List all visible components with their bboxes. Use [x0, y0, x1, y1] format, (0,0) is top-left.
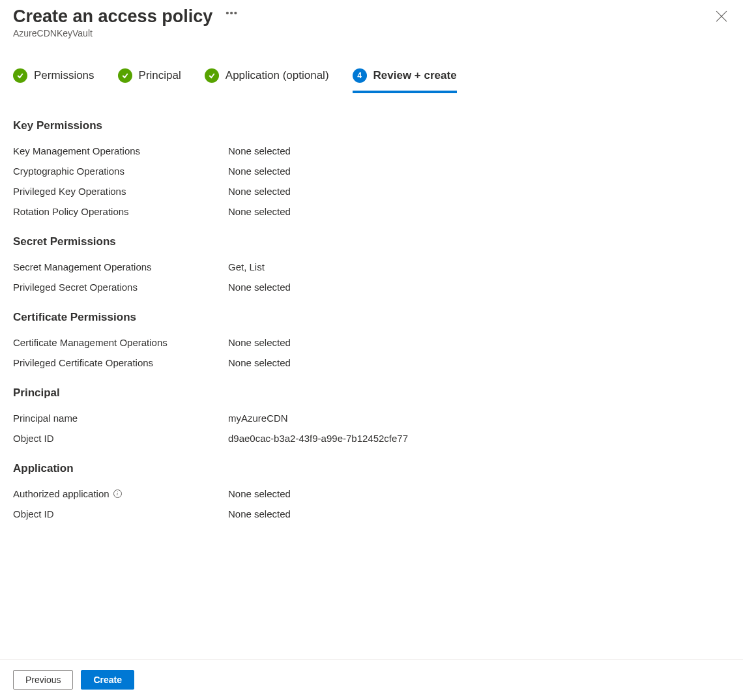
row-value: None selected	[228, 166, 291, 177]
row-value: None selected	[228, 357, 291, 368]
row-label-text: Authorized application	[13, 488, 109, 499]
step-principal[interactable]: Principal	[118, 68, 181, 93]
row-value: Get, List	[228, 261, 265, 272]
row-label: Cryptographic Operations	[13, 166, 228, 177]
step-application[interactable]: Application (optional)	[205, 68, 329, 93]
row-secret-management: Secret Management Operations Get, List	[13, 261, 730, 272]
row-label: Rotation Policy Operations	[13, 206, 228, 217]
row-label: Key Management Operations	[13, 145, 228, 156]
row-value: None selected	[228, 508, 291, 519]
row-label: Privileged Certificate Operations	[13, 357, 228, 368]
create-button[interactable]: Create	[81, 670, 134, 690]
more-actions-icon[interactable]: •••	[226, 7, 238, 18]
row-value: None selected	[228, 186, 291, 197]
row-authorized-application: Authorized application i None selected	[13, 488, 730, 499]
row-privileged-certificate: Privileged Certificate Operations None s…	[13, 357, 730, 368]
step-number-icon: 4	[353, 68, 367, 83]
row-label: Secret Management Operations	[13, 261, 228, 272]
row-value: None selected	[228, 337, 291, 348]
row-application-object-id: Object ID None selected	[13, 508, 730, 519]
page-subtitle: AzureCDNKeyVault	[13, 28, 730, 38]
row-label: Authorized application i	[13, 488, 228, 499]
step-check-icon	[13, 68, 27, 83]
row-value: d9ae0cac-b3a2-43f9-a99e-7b12452cfe77	[228, 433, 408, 444]
close-button[interactable]	[716, 10, 727, 22]
close-icon	[716, 10, 727, 22]
step-label: Principal	[139, 69, 181, 82]
step-label: Permissions	[34, 69, 95, 82]
row-value: myAzureCDN	[228, 413, 288, 424]
info-icon[interactable]: i	[113, 489, 122, 498]
step-check-icon	[205, 68, 219, 83]
wizard-footer: Previous Create	[0, 659, 743, 700]
step-permissions[interactable]: Permissions	[13, 68, 95, 93]
row-privileged-key: Privileged Key Operations None selected	[13, 186, 730, 197]
wizard-steps: Permissions Principal Application (optio…	[0, 42, 743, 93]
row-label: Privileged Secret Operations	[13, 282, 228, 293]
section-key-permissions-title: Key Permissions	[13, 119, 730, 132]
step-label: Application (optional)	[226, 69, 329, 82]
row-value: None selected	[228, 488, 291, 499]
row-label: Object ID	[13, 508, 228, 519]
section-certificate-permissions-title: Certificate Permissions	[13, 311, 730, 324]
review-content: Key Permissions Key Management Operation…	[0, 93, 743, 519]
row-key-management: Key Management Operations None selected	[13, 145, 730, 156]
previous-button[interactable]: Previous	[13, 670, 73, 690]
row-label: Certificate Management Operations	[13, 337, 228, 348]
row-rotation-policy: Rotation Policy Operations None selected	[13, 206, 730, 217]
row-value: None selected	[228, 282, 291, 293]
row-label: Object ID	[13, 433, 228, 444]
row-value: None selected	[228, 145, 291, 156]
row-cryptographic: Cryptographic Operations None selected	[13, 166, 730, 177]
step-check-icon	[118, 68, 132, 83]
row-value: None selected	[228, 206, 291, 217]
section-application-title: Application	[13, 462, 730, 475]
step-label: Review + create	[373, 69, 457, 82]
row-certificate-management: Certificate Management Operations None s…	[13, 337, 730, 348]
panel-header: Create an access policy ••• AzureCDNKeyV…	[0, 0, 743, 42]
row-label: Privileged Key Operations	[13, 186, 228, 197]
section-secret-permissions-title: Secret Permissions	[13, 235, 730, 248]
step-review-create[interactable]: 4 Review + create	[353, 68, 457, 93]
row-label: Principal name	[13, 413, 228, 424]
row-privileged-secret: Privileged Secret Operations None select…	[13, 282, 730, 293]
row-principal-name: Principal name myAzureCDN	[13, 413, 730, 424]
section-principal-title: Principal	[13, 386, 730, 400]
page-title: Create an access policy	[13, 7, 212, 27]
row-principal-object-id: Object ID d9ae0cac-b3a2-43f9-a99e-7b1245…	[13, 433, 730, 444]
